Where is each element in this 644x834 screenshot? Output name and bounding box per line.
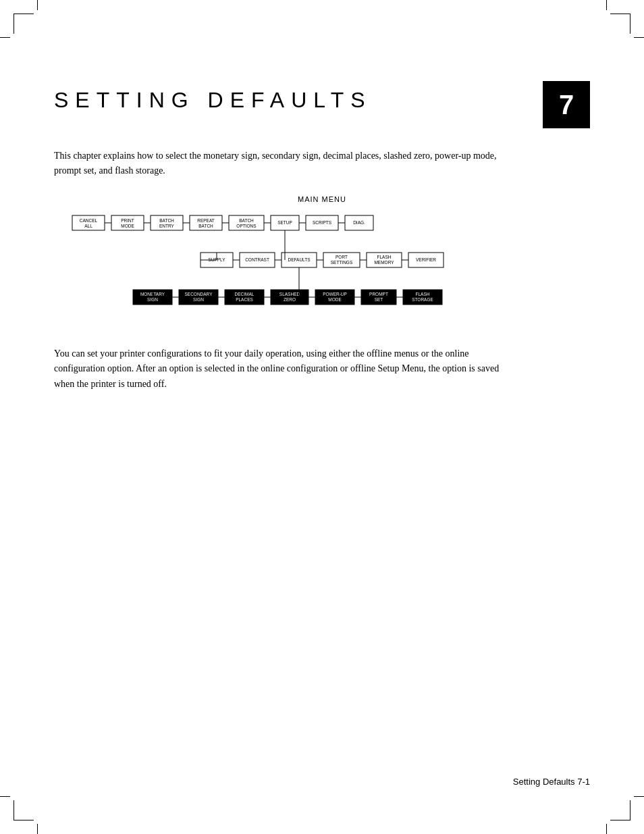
svg-text:REPEAT: REPEAT [197, 218, 215, 223]
body-text: You can set your printer configurations … [54, 346, 513, 392]
tick-left-bottom [0, 796, 10, 797]
svg-text:PRINT: PRINT [121, 218, 134, 223]
svg-text:SLASHED: SLASHED [279, 292, 300, 296]
corner-mark-top-right [610, 14, 630, 34]
svg-text:ZERO: ZERO [284, 297, 296, 302]
svg-text:SCRIPTS: SCRIPTS [313, 220, 332, 225]
svg-text:FLASH: FLASH [416, 292, 430, 296]
svg-text:SIGN: SIGN [193, 297, 204, 302]
tick-bottom-right [606, 824, 607, 834]
chapter-number-box: 7 [543, 81, 590, 128]
svg-text:DIAG.: DIAG. [353, 220, 365, 225]
svg-text:STORAGE: STORAGE [412, 297, 433, 302]
svg-text:VERIFIER: VERIFIER [416, 257, 436, 262]
svg-text:PLACES: PLACES [236, 297, 253, 302]
svg-text:CANCEL: CANCEL [80, 218, 98, 223]
tick-top-left [37, 0, 38, 10]
svg-text:PORT: PORT [336, 255, 348, 259]
menu-diagram: CANCEL ALL PRINT MODE BATCH ENTRY REPEAT… [65, 209, 579, 330]
svg-text:BATCH: BATCH [239, 218, 254, 223]
svg-text:DEFAULTS: DEFAULTS [288, 257, 311, 262]
svg-text:SETTINGS: SETTINGS [331, 260, 353, 265]
svg-text:SET: SET [375, 297, 383, 302]
tick-left-top [0, 37, 10, 38]
intro-text: This chapter explains how to select the … [54, 149, 513, 179]
svg-text:SECONDARY: SECONDARY [184, 292, 213, 296]
svg-text:ALL: ALL [84, 224, 92, 228]
tick-bottom-left [37, 824, 38, 834]
corner-mark-bottom-left [14, 800, 34, 820]
svg-text:OPTIONS: OPTIONS [236, 224, 257, 228]
svg-text:MODE: MODE [121, 224, 134, 228]
svg-text:DECIMAL: DECIMAL [235, 292, 254, 296]
svg-text:PROMPT: PROMPT [369, 292, 388, 296]
svg-text:BATCH: BATCH [198, 224, 213, 228]
diagram-title: MAIN MENU [54, 195, 590, 203]
chapter-header: SETTING DEFAULTS 7 [54, 81, 590, 128]
svg-text:CONTRAST: CONTRAST [245, 257, 269, 262]
tick-top-right [606, 0, 607, 10]
page: SETTING DEFAULTS 7 This chapter explains… [0, 0, 644, 834]
svg-text:POWER-UP: POWER-UP [323, 292, 347, 296]
svg-text:SETUP: SETUP [277, 220, 292, 225]
tick-right-top [634, 37, 644, 38]
svg-text:ENTRY: ENTRY [159, 224, 175, 228]
corner-mark-bottom-right [610, 800, 630, 820]
svg-text:SIGN: SIGN [147, 297, 158, 302]
tick-right-bottom [634, 796, 644, 797]
svg-text:MODE: MODE [328, 297, 342, 302]
corner-mark-top-left [14, 14, 34, 34]
diagram-container: MAIN MENU CANCEL ALL PRINT MODE BATCH EN… [54, 195, 590, 330]
chapter-title: SETTING DEFAULTS [54, 88, 372, 113]
svg-text:FLASH: FLASH [377, 255, 392, 259]
svg-text:BATCH: BATCH [159, 218, 174, 223]
page-footer: Setting Defaults 7-1 [513, 777, 590, 787]
svg-text:MEMORY: MEMORY [374, 260, 394, 265]
